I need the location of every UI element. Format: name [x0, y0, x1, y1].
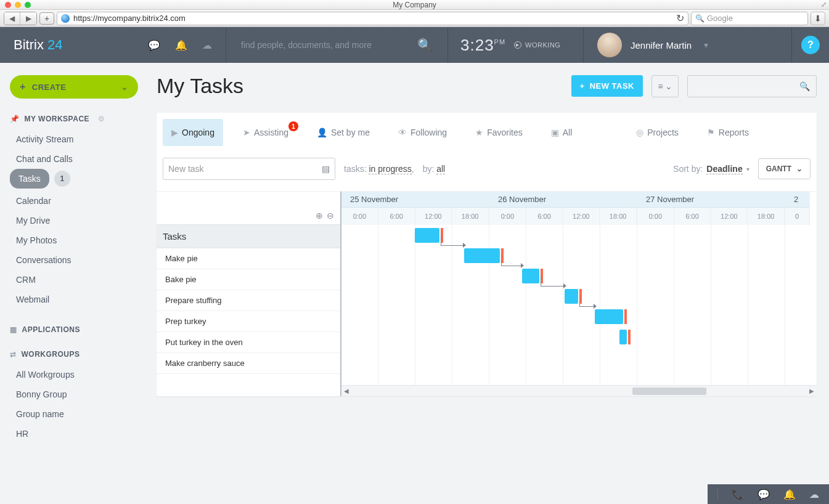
- new-task-button[interactable]: + NEW TASK: [571, 75, 643, 97]
- global-search[interactable]: find people, documents, and more 🔍: [226, 27, 448, 63]
- filter-tasks[interactable]: tasks: in progress,: [344, 164, 414, 174]
- gantt-hour-label: 0:00: [637, 208, 674, 225]
- sidebar-item[interactable]: My Photos: [10, 230, 138, 250]
- gantt-hour-label: 18:00: [452, 208, 489, 225]
- gantt-hour-label: 0:00: [341, 208, 378, 225]
- sidebar-item[interactable]: Bonny Group: [10, 384, 138, 404]
- time-widget[interactable]: 3:23PM ▶ WORKING: [448, 27, 584, 63]
- app-topbar: Bitrix 24 💬 🔔 ☁ find people, documents, …: [0, 27, 829, 63]
- tab-label: Favorites: [487, 128, 523, 137]
- app-logo[interactable]: Bitrix 24: [0, 37, 148, 53]
- bell-icon[interactable]: 🔔: [783, 489, 796, 500]
- scroll-right-icon[interactable]: ▶: [809, 388, 814, 394]
- sidebar-item[interactable]: HR: [10, 424, 138, 444]
- tab-reports[interactable]: ⚑Reports: [698, 119, 758, 146]
- gantt-bar[interactable]: [595, 309, 623, 324]
- reload-icon[interactable]: ↻: [676, 12, 684, 24]
- share-icon: ⇄: [10, 350, 17, 359]
- search-engine-box[interactable]: 🔍 Google: [691, 12, 808, 25]
- sidebar-item[interactable]: CRM: [10, 270, 138, 290]
- gantt-task-row[interactable]: Make cranberry sauce: [157, 353, 340, 374]
- gantt-bar[interactable]: [522, 269, 539, 283]
- zoom-window-dot[interactable]: [25, 2, 31, 8]
- gantt-bar[interactable]: [565, 289, 578, 304]
- minimize-window-dot[interactable]: [15, 2, 21, 8]
- expand-icon[interactable]: ⤢: [821, 1, 827, 9]
- gantt-task-row[interactable]: Make pie: [157, 248, 340, 269]
- tab-ongoing[interactable]: ▶Ongoing: [163, 119, 223, 146]
- tab-icon: 👁: [398, 128, 407, 137]
- tab-assisting[interactable]: ➤Assisting1: [234, 119, 297, 146]
- tab-favorites[interactable]: ★Favorites: [467, 119, 531, 146]
- user-menu[interactable]: Jennifer Martin ▾: [584, 27, 792, 63]
- scroll-left-icon[interactable]: ◀: [344, 388, 349, 394]
- gantt-day-label: 27 November: [637, 192, 785, 208]
- gantt-bar[interactable]: [415, 228, 439, 243]
- gantt-hour-label: 12:00: [415, 208, 452, 225]
- scroll-thumb[interactable]: [632, 388, 706, 395]
- cloud-icon[interactable]: ☁: [809, 489, 819, 500]
- new-task-label: NEW TASK: [590, 81, 634, 91]
- sidebar-section-workgroups[interactable]: ⇄ WORKGROUPS: [10, 350, 138, 359]
- sidebar-item[interactable]: Calendar: [10, 191, 138, 211]
- sort-by[interactable]: Sort by: Deadline ▾: [673, 164, 749, 174]
- sidebar-item[interactable]: Conversations: [10, 250, 138, 270]
- tab-icon: ⚑: [707, 128, 715, 137]
- gantt-bar[interactable]: [464, 248, 500, 263]
- gantt-hour-label: 18:00: [600, 208, 637, 225]
- gantt-task-row[interactable]: Bake pie: [157, 269, 340, 290]
- sidebar-item[interactable]: All Workgroups: [10, 365, 138, 384]
- downloads-button[interactable]: ⬇: [811, 12, 825, 25]
- browser-toolbar: ◀ ▶ + https://mycompany.bitrix24.com ↻ 🔍…: [0, 10, 829, 27]
- sidebar-item[interactable]: My Drive: [10, 211, 138, 230]
- tab-projects[interactable]: ◎Projects: [627, 119, 687, 146]
- tab-label: Reports: [719, 128, 749, 137]
- chat-icon[interactable]: 💬: [758, 489, 770, 500]
- quick-task-input[interactable]: New task ▤: [163, 158, 335, 180]
- tab-icon: ◎: [636, 128, 643, 137]
- chat-icon[interactable]: 💬: [148, 39, 160, 51]
- gantt-task-row[interactable]: Prep turkey: [157, 311, 340, 332]
- sidebar-item-tasks[interactable]: Tasks: [10, 169, 49, 189]
- caret-down-icon: ▾: [746, 166, 749, 173]
- tab-set-by-me[interactable]: 👤Set by me: [308, 119, 378, 146]
- gantt-task-row[interactable]: Put turkey in the oven: [157, 332, 340, 353]
- back-button[interactable]: ◀: [4, 12, 20, 25]
- sidebar-item[interactable]: Chat and Calls: [10, 149, 138, 169]
- gear-icon[interactable]: ⚙: [98, 115, 105, 123]
- bottom-status-bar: 📞 💬 🔔 ☁: [708, 484, 829, 504]
- plus-icon: +: [580, 81, 585, 91]
- horizontal-scrollbar[interactable]: ◀ ▶: [341, 385, 817, 396]
- sidebar-item[interactable]: Group name: [10, 404, 138, 424]
- view-mode-button[interactable]: GANTT ⌄: [758, 158, 811, 179]
- phone-icon[interactable]: 📞: [732, 489, 744, 500]
- tab-all[interactable]: ▣All: [542, 119, 581, 146]
- view-options-button[interactable]: ≡ ⌄: [651, 75, 679, 97]
- gantt-timeline[interactable]: 25 November0:006:0012:0018:0026 November…: [341, 192, 817, 396]
- zoom-in-icon[interactable]: ⊕: [316, 211, 323, 221]
- sidebar-item[interactable]: Webmail: [10, 290, 138, 309]
- cloud-icon[interactable]: ☁: [202, 39, 212, 51]
- filter-by[interactable]: by: all: [423, 164, 446, 174]
- logo-main: Bitrix: [14, 37, 44, 52]
- page-title: My Tasks: [157, 74, 563, 98]
- sidebar-section-workspace[interactable]: 📌 MY WORKSPACE ⚙: [10, 115, 138, 123]
- form-icon[interactable]: ▤: [322, 164, 330, 174]
- gantt-task-row[interactable]: Prepare stuffing: [157, 290, 340, 311]
- gantt-tasks-header: Tasks: [157, 225, 340, 248]
- sidebar-section-applications[interactable]: ▦ APPLICATIONS: [10, 325, 138, 334]
- help-button[interactable]: ?: [792, 36, 829, 54]
- add-bookmark-button[interactable]: +: [39, 12, 54, 25]
- close-window-dot[interactable]: [5, 2, 11, 8]
- tab-following[interactable]: 👁Following: [390, 119, 455, 146]
- url-field[interactable]: https://mycompany.bitrix24.com ↻: [57, 12, 688, 25]
- forward-button[interactable]: ▶: [20, 12, 36, 25]
- task-search-input[interactable]: 🔍: [687, 75, 817, 97]
- help-icon: ?: [801, 36, 820, 54]
- create-button[interactable]: + CREATE ⌄: [10, 75, 138, 99]
- gantt-bar[interactable]: [619, 330, 627, 344]
- working-status[interactable]: ▶ WORKING: [514, 41, 560, 49]
- sidebar-item[interactable]: Activity Stream: [10, 129, 138, 149]
- bell-icon[interactable]: 🔔: [175, 39, 187, 51]
- zoom-out-icon[interactable]: ⊖: [327, 211, 334, 221]
